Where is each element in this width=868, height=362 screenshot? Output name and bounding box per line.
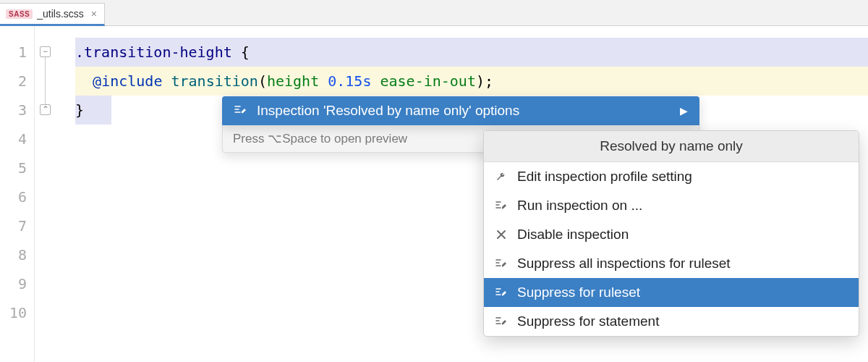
wrench-icon bbox=[494, 170, 509, 183]
submenu-header: Resolved by name only bbox=[484, 131, 859, 162]
brace-open: { bbox=[232, 43, 250, 61]
intention-popup[interactable]: Inspection 'Resolved by name only' optio… bbox=[222, 96, 699, 125]
menu-item-label: Run inspection on ... bbox=[517, 198, 642, 214]
close-icon[interactable]: × bbox=[91, 8, 97, 20]
code-line-2[interactable]: @include transition(height 0.15s ease-in… bbox=[75, 67, 868, 96]
mixin-name: transition bbox=[171, 72, 258, 90]
tab-filename: _utils.scss bbox=[37, 8, 84, 20]
pencil-lines-icon bbox=[494, 315, 509, 328]
menu-item-label: Suppress for statement bbox=[517, 313, 659, 329]
hint-text: Press ⌥Space to open preview bbox=[233, 132, 407, 146]
line-number: 3 bbox=[0, 96, 34, 125]
file-tab[interactable]: SASS _utils.scss × bbox=[0, 3, 105, 26]
property-name: height bbox=[267, 72, 319, 90]
fold-column: − ⌃ bbox=[35, 26, 75, 362]
line-number: 10 bbox=[0, 298, 34, 327]
pencil-lines-icon bbox=[494, 257, 509, 270]
gutter: 1 2 3 4 5 6 7 8 9 10 bbox=[0, 26, 35, 362]
fold-end-icon[interactable]: ⌃ bbox=[40, 104, 51, 115]
easing-value: ease-in-out bbox=[380, 72, 476, 90]
cross-icon bbox=[494, 229, 509, 240]
tab-bar: SASS _utils.scss × bbox=[0, 0, 868, 26]
brace-close: } bbox=[75, 101, 84, 119]
line-number: 6 bbox=[0, 182, 34, 211]
line-number: 7 bbox=[0, 211, 34, 240]
chevron-right-icon: ▶ bbox=[680, 105, 688, 117]
intention-submenu: Resolved by name only Edit inspection pr… bbox=[483, 130, 859, 337]
menu-item-label: Edit inspection profile setting bbox=[517, 169, 692, 185]
fold-toggle-icon[interactable]: − bbox=[40, 46, 51, 57]
line-number: 4 bbox=[0, 125, 34, 153]
menu-item-suppress-statement[interactable]: Suppress for statement bbox=[484, 307, 859, 336]
code-line-1[interactable]: .transition-height { bbox=[75, 38, 868, 67]
menu-item-label: Suppress all inspections for ruleset bbox=[517, 256, 731, 272]
sass-file-icon: SASS bbox=[6, 9, 33, 19]
menu-item-disable-inspection[interactable]: Disable inspection bbox=[484, 220, 859, 249]
paren-open: ( bbox=[258, 72, 267, 90]
space bbox=[319, 72, 328, 90]
line-number: 9 bbox=[0, 269, 34, 298]
menu-item-label: Disable inspection bbox=[517, 227, 629, 243]
pencil-run-icon bbox=[494, 199, 509, 212]
indent bbox=[75, 72, 93, 90]
intention-label: Inspection 'Resolved by name only' optio… bbox=[257, 103, 519, 119]
line-number: 8 bbox=[0, 240, 34, 269]
css-selector: .transition-height bbox=[75, 43, 232, 61]
duration-value: 0.15s bbox=[328, 72, 371, 90]
at-keyword: @include bbox=[93, 72, 162, 90]
space bbox=[371, 72, 380, 90]
menu-item-label: Suppress for ruleset bbox=[517, 285, 640, 300]
space bbox=[162, 72, 171, 90]
line-number: 5 bbox=[0, 153, 34, 182]
line-number: 1 bbox=[0, 38, 34, 67]
menu-item-edit-profile[interactable]: Edit inspection profile setting bbox=[484, 162, 859, 191]
pencil-lines-icon bbox=[494, 286, 509, 299]
semicolon: ; bbox=[485, 72, 493, 90]
pencil-lines-icon bbox=[234, 104, 247, 117]
menu-item-suppress-all[interactable]: Suppress all inspections for ruleset bbox=[484, 249, 859, 278]
menu-item-suppress-ruleset[interactable]: Suppress for ruleset bbox=[484, 278, 859, 307]
paren-close: ) bbox=[476, 72, 485, 90]
line-number: 2 bbox=[0, 67, 34, 96]
menu-item-run-inspection[interactable]: Run inspection on ... bbox=[484, 191, 859, 220]
